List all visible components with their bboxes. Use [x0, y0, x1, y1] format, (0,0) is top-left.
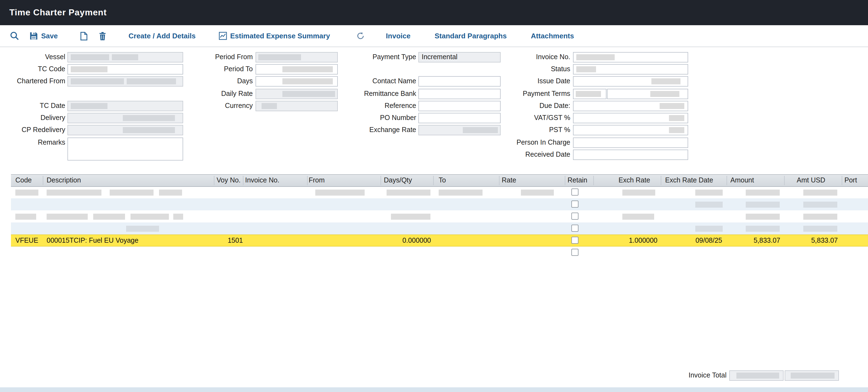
redacted-value	[791, 372, 835, 379]
column-header-days-qty[interactable]: Days/Qty	[384, 175, 412, 186]
column-divider	[433, 176, 434, 185]
period-to-field[interactable]	[255, 64, 338, 74]
redacted-value	[258, 54, 301, 60]
cell-amt-usd: 5,833.07	[784, 234, 838, 247]
redacted-value	[660, 103, 684, 109]
retain-checkbox[interactable]	[571, 200, 579, 208]
title-bar: Time Charter Payment	[0, 0, 868, 25]
received-date-field[interactable]	[573, 150, 688, 160]
due-date-field[interactable]	[573, 101, 688, 111]
retain-checkbox[interactable]	[571, 237, 579, 244]
issue-date-field[interactable]	[573, 76, 688, 87]
redacted-value	[110, 190, 154, 196]
column-header-to[interactable]: To	[439, 175, 446, 186]
payment-terms-description-field[interactable]	[607, 89, 688, 99]
tc-code-field[interactable]	[67, 64, 183, 74]
refresh-button[interactable]	[356, 32, 365, 40]
delete-button[interactable]	[99, 32, 107, 40]
vat-gst-label: VAT/GST %	[483, 113, 570, 123]
table-row[interactable]	[11, 222, 868, 234]
estimated-expense-summary-button[interactable]: Estimated Expense Summary	[218, 32, 330, 40]
cell-rate	[502, 234, 562, 247]
cell-from	[309, 234, 377, 247]
redacted-value	[46, 190, 101, 196]
page-title: Time Charter Payment	[9, 8, 107, 18]
save-button[interactable]: Save	[30, 32, 58, 40]
cell-voy-no: 1501	[214, 234, 243, 247]
days-label: Days	[186, 76, 253, 87]
create-add-details-button[interactable]: Create / Add Details	[129, 32, 196, 40]
column-header-code[interactable]: Code	[16, 175, 32, 186]
invoice-total-usd-field	[785, 370, 839, 381]
column-divider	[307, 176, 308, 185]
column-header-port[interactable]: Port	[844, 175, 857, 186]
table-row-highlighted[interactable]: VFEUE 000015TCIP: Fuel EU Voyage 1501 0.…	[11, 234, 868, 247]
column-header-invoice-no[interactable]: Invoice No.	[245, 175, 279, 186]
redacted-value	[746, 226, 780, 232]
toolbar: Save Create / Add Details Estimated Expe…	[0, 25, 868, 47]
attachments-button[interactable]: Attachments	[531, 32, 574, 40]
column-divider	[380, 176, 381, 185]
period-to-label: Period To	[186, 64, 253, 74]
column-header-from[interactable]: From	[309, 175, 324, 186]
days-field[interactable]	[255, 76, 338, 87]
invoice-label: Invoice	[386, 32, 411, 40]
chart-icon	[218, 32, 227, 40]
column-header-retain[interactable]: Retain	[567, 175, 587, 186]
cell-to	[439, 234, 496, 247]
table-row[interactable]	[11, 247, 868, 259]
column-header-exch-rate-date[interactable]: Exch Rate Date	[665, 175, 713, 186]
column-header-amt-usd[interactable]: Amt USD	[797, 175, 825, 186]
column-header-rate[interactable]: Rate	[502, 175, 516, 186]
chartered-from-field	[67, 76, 183, 87]
column-header-amount[interactable]: Amount	[731, 175, 754, 186]
column-header-exch-rate[interactable]: Exch Rate	[619, 175, 650, 186]
remarks-field[interactable]	[67, 137, 183, 161]
column-divider	[593, 176, 594, 185]
redacted-value	[71, 66, 107, 72]
table-row[interactable]	[11, 198, 868, 210]
redacted-value	[16, 190, 38, 196]
redacted-value	[282, 66, 333, 72]
column-header-description[interactable]: Description	[46, 175, 81, 186]
redacted-value	[736, 372, 779, 379]
person-in-charge-field[interactable]	[573, 137, 688, 148]
vat-gst-field[interactable]	[573, 113, 688, 123]
new-document-button[interactable]	[80, 32, 88, 40]
invoice-no-field[interactable]	[573, 52, 688, 62]
search-icon	[10, 31, 19, 40]
invoice-no-label: Invoice No.	[483, 52, 570, 62]
redacted-value	[650, 91, 679, 97]
currency-field	[255, 101, 338, 111]
retain-checkbox[interactable]	[571, 213, 579, 220]
standard-paragraphs-label: Standard Paragraphs	[435, 32, 507, 40]
redacted-value	[159, 190, 182, 196]
payment-terms-field[interactable]	[573, 89, 607, 99]
column-header-voy-no[interactable]: Voy No.	[217, 175, 241, 186]
search-button[interactable]	[10, 31, 19, 40]
redacted-value	[123, 115, 175, 121]
redacted-value	[576, 91, 601, 97]
retain-checkbox[interactable]	[571, 249, 579, 256]
table-row[interactable]	[11, 210, 868, 222]
cell-invoice-no	[245, 234, 305, 247]
redacted-value	[391, 214, 430, 220]
standard-paragraphs-button[interactable]: Standard Paragraphs	[435, 32, 507, 40]
table-header-row: Code Description Voy No. Invoice No. Fro…	[11, 174, 868, 187]
daily-rate-field	[255, 89, 338, 99]
retain-checkbox[interactable]	[571, 225, 579, 232]
issue-date-label: Issue Date	[483, 76, 570, 87]
trash-icon	[99, 32, 107, 40]
cell-amount: 5,833.07	[726, 234, 780, 247]
redacted-value	[803, 214, 837, 220]
table-row[interactable]	[11, 186, 868, 198]
retain-checkbox[interactable]	[571, 189, 579, 196]
redacted-value	[315, 190, 365, 196]
invoice-button[interactable]: Invoice	[386, 32, 411, 40]
pst-field[interactable]	[573, 125, 688, 135]
redacted-value	[386, 190, 430, 196]
payment-terms-label: Payment Terms	[483, 89, 570, 99]
column-divider	[784, 176, 785, 185]
period-from-field	[255, 52, 338, 62]
status-field[interactable]	[573, 64, 688, 74]
